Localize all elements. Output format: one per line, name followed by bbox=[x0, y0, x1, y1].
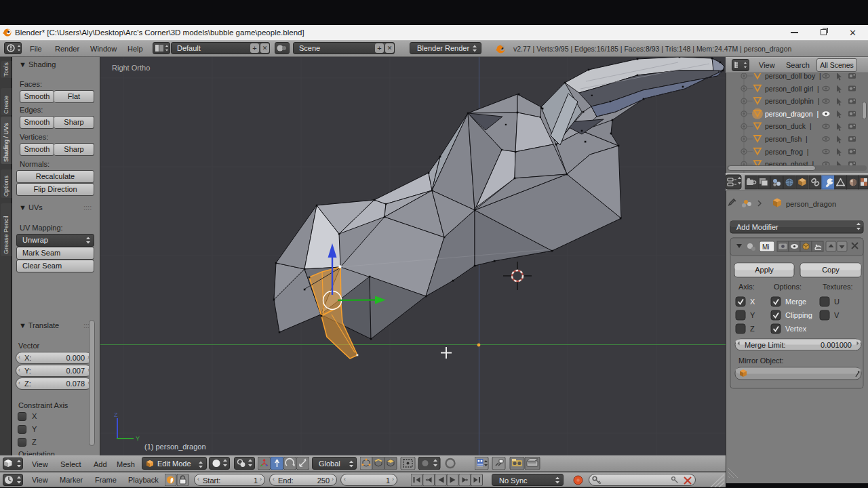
svg-text:Clipping: Clipping bbox=[785, 311, 812, 319]
svg-text:Vertex: Vertex bbox=[785, 325, 807, 333]
svg-text:Axis:: Axis: bbox=[738, 283, 755, 291]
svg-text:0.001000: 0.001000 bbox=[821, 341, 852, 349]
svg-text:Merge Limit:: Merge Limit: bbox=[745, 341, 786, 349]
svg-text:person_frog |: person_frog | bbox=[765, 148, 809, 156]
svg-text:Grease Pencil: Grease Pencil bbox=[3, 216, 9, 254]
svg-text:Apply: Apply bbox=[755, 266, 774, 274]
svg-text:Merge: Merge bbox=[785, 298, 806, 306]
svg-text:X: X bbox=[750, 298, 755, 306]
svg-text:person_dragon |: person_dragon | bbox=[765, 110, 818, 118]
svg-text:Z: Z bbox=[114, 411, 118, 418]
svg-text:Options: Options bbox=[3, 175, 9, 197]
svg-text:Y: Y bbox=[136, 435, 140, 442]
svg-text:U: U bbox=[834, 298, 840, 306]
svg-text:Textures:: Textures: bbox=[823, 283, 853, 291]
svg-text:Y: Y bbox=[750, 311, 755, 319]
svg-text:person_fish |: person_fish | bbox=[765, 135, 808, 143]
svg-text:(1) person_dragon: (1) person_dragon bbox=[144, 443, 206, 451]
svg-text:Mi: Mi bbox=[762, 243, 770, 251]
svg-text:person_duck |: person_duck | bbox=[765, 122, 812, 130]
svg-text:V: V bbox=[834, 311, 840, 319]
svg-text:Add Modifier: Add Modifier bbox=[736, 223, 778, 231]
svg-text:Right Ortho: Right Ortho bbox=[112, 64, 150, 72]
svg-text:Copy: Copy bbox=[822, 266, 840, 274]
svg-text:person_doll boy |: person_doll boy | bbox=[765, 73, 821, 80]
svg-text:Tools: Tools bbox=[3, 62, 9, 77]
svg-text:person_doll girl |: person_doll girl | bbox=[765, 85, 819, 93]
svg-text:person_dragon: person_dragon bbox=[786, 200, 836, 208]
svg-text:Z: Z bbox=[750, 325, 755, 333]
svg-text:Shading / UVs: Shading / UVs bbox=[3, 123, 9, 162]
svg-text:Create: Create bbox=[3, 96, 9, 114]
svg-text:Options:: Options: bbox=[774, 283, 802, 291]
svg-text:person_dolphin |: person_dolphin | bbox=[765, 97, 819, 105]
svg-text:Mirror Object:: Mirror Object: bbox=[738, 357, 784, 365]
